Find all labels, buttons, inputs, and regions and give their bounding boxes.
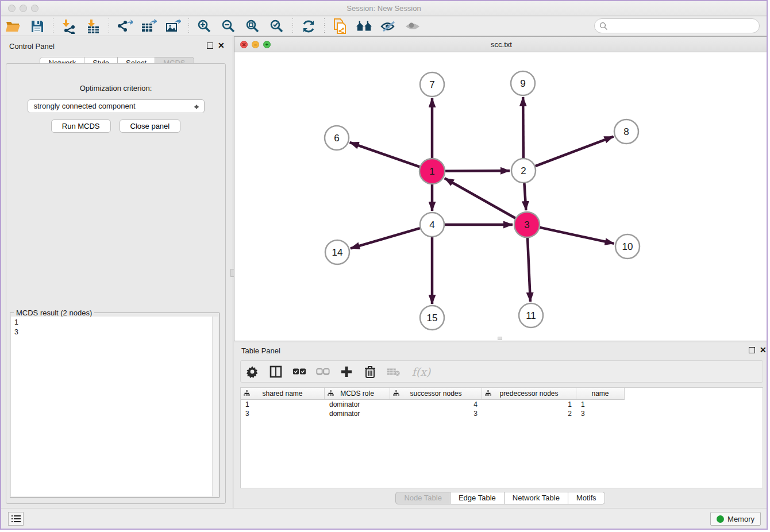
zoom-out-icon[interactable] [220,18,237,34]
graph-node-4[interactable]: 4 [420,213,444,237]
zoom-in-icon[interactable] [196,18,213,34]
network-graph[interactable]: 1234678910111415 [234,52,768,341]
graph-edge-1-2[interactable] [445,171,510,171]
graph-edge-3-1[interactable] [445,178,515,218]
table-toolbar: f(x) [240,360,763,383]
graph-node-label: 11 [526,310,536,321]
hide-graphics-details-icon[interactable] [380,18,397,34]
zoom-selected-icon[interactable] [268,18,286,34]
control-panel: Control Panel ✕ Network Style Select MCD… [1,36,233,508]
table-settings-icon[interactable] [245,365,259,379]
cell-predecessor-nodes[interactable]: 2 [482,409,576,418]
graph-node-11[interactable]: 11 [519,303,543,327]
float-panel-icon[interactable] [207,43,213,49]
tab-network-table[interactable]: Network Table [505,492,568,504]
graph-node-14[interactable]: 14 [325,240,349,264]
tab-edge-table[interactable]: Edge Table [451,492,505,504]
graph-edge-2-8[interactable] [536,137,614,167]
optimization-criterion-dropdown[interactable]: strongly connected component [28,99,205,113]
graph-edge-1-6[interactable] [350,142,420,167]
graph-node-9[interactable]: 9 [511,71,535,95]
graph-node-6[interactable]: 6 [325,126,349,150]
mcds-panel: Optimization criterion: strongly connect… [6,63,226,504]
search-field[interactable] [594,18,760,33]
cell-name[interactable]: 3 [576,409,625,418]
graph-node-7[interactable]: 7 [420,72,444,97]
close-table-panel-icon[interactable]: ✕ [760,345,767,354]
memory-button[interactable]: Memory [710,512,761,526]
cell-name[interactable]: 1 [576,400,625,409]
mcds-result-list[interactable]: 1 3 [11,317,212,496]
column-type-icon [244,390,250,397]
tab-motifs[interactable]: Motifs [568,492,605,504]
unselect-all-columns-icon[interactable] [316,365,330,379]
graph-node-1[interactable]: 1 [419,159,445,184]
delete-table-icon [387,365,401,379]
cell-successor-nodes[interactable]: 3 [390,409,482,418]
network-window-titlebar[interactable]: ✕ − + scc.txt [234,37,768,52]
export-network-icon[interactable] [116,18,133,34]
refresh-view-icon[interactable] [300,18,317,34]
import-table-icon[interactable] [84,18,102,34]
show-graphics-details-icon[interactable] [404,18,421,34]
network-canvas[interactable]: 1234678910111415 [234,52,768,341]
table-panel-title: Table Panel [241,346,280,355]
cell-successor-nodes[interactable]: 4 [390,400,482,409]
graph-node-label: 10 [622,241,633,252]
run-mcds-button[interactable]: Run MCDS [51,119,111,133]
graph-node-8[interactable]: 8 [614,119,638,144]
open-session-icon[interactable] [5,18,22,34]
close-panel-icon[interactable]: ✕ [218,41,225,50]
graph-node-3[interactable]: 3 [514,212,540,237]
cell-mcds-role[interactable]: dominator [325,409,390,418]
table-tabs: Node Table Edge Table Network Table Moti… [234,492,767,504]
optimization-criterion-label: Optimization criterion: [6,84,225,92]
export-image-icon[interactable] [164,18,182,34]
zoom-fit-icon[interactable] [244,18,261,34]
column-header-successor-nodes[interactable]: successor nodes [390,388,482,400]
graph-node-15[interactable]: 15 [420,306,444,330]
first-neighbors-icon[interactable] [356,18,373,34]
delete-columns-icon[interactable] [363,365,377,379]
canvas-resize-handle[interactable] [498,337,502,340]
cell-predecessor-nodes[interactable]: 1 [482,400,576,409]
graph-edge-3-10[interactable] [540,228,614,244]
graph-node-label: 2 [521,165,526,176]
window-title: Session: New Session [1,4,767,13]
graph-edge-4-14[interactable] [351,228,420,248]
tab-node-table[interactable]: Node Table [395,492,451,504]
column-header-name[interactable]: name [576,388,625,400]
graph-edge-2-9[interactable] [523,97,523,158]
table-row[interactable]: 1 dominator 4 1 1 [241,400,763,409]
import-network-icon[interactable] [60,18,78,34]
graph-node-10[interactable]: 10 [615,234,640,259]
table-row[interactable]: 3 dominator 3 2 3 [241,409,763,418]
float-table-panel-icon[interactable] [749,347,755,353]
result-scrollbar[interactable] [212,317,218,496]
graph-node-label: 3 [524,219,529,230]
select-all-columns-icon[interactable] [292,365,306,379]
graph-node-2[interactable]: 2 [511,159,536,183]
search-input[interactable] [608,22,759,30]
close-panel-button[interactable]: Close panel [120,119,181,133]
network-from-file-icon[interactable] [332,18,349,34]
cell-shared-name[interactable]: 1 [241,400,325,409]
mcds-result-group: MCDS result (2 nodes) 1 3 [10,313,220,498]
column-header-shared-name[interactable]: shared name [241,388,325,400]
graph-node-label: 6 [334,133,339,144]
cell-shared-name[interactable]: 3 [241,409,325,418]
create-column-icon[interactable] [340,365,353,379]
control-panel-title: Control Panel [9,42,55,51]
graph-edge-3-11[interactable] [528,238,530,302]
node-table: shared name MCDS role successor nodes pr… [240,387,763,488]
export-table-icon[interactable] [140,18,157,34]
cell-mcds-role[interactable]: dominator [325,400,390,409]
graph-edge-2-3[interactable] [524,183,526,210]
column-header-mcds-role[interactable]: MCDS role [325,388,390,400]
graph-node-label: 1 [429,166,434,177]
task-history-button[interactable] [8,512,24,526]
save-session-icon[interactable] [29,18,46,34]
column-header-predecessor-nodes[interactable]: predecessor nodes [482,388,576,400]
show-columns-icon[interactable] [269,365,283,379]
graph-node-label: 8 [623,126,629,137]
